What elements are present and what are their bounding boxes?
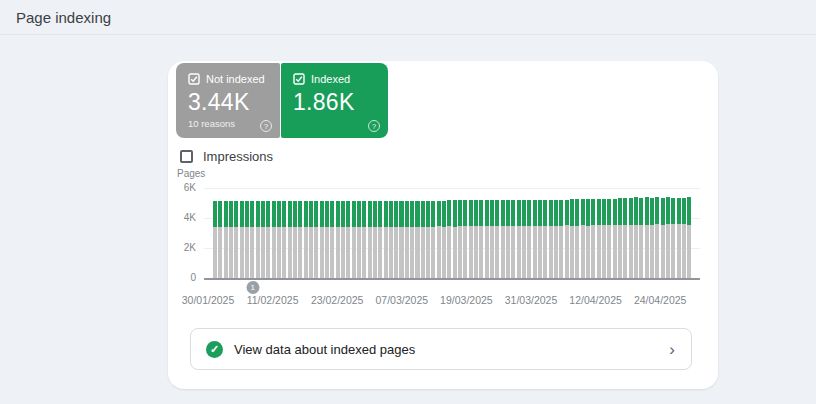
not-indexed-tile[interactable]: Not indexed 3.44K 10 reasons ? (176, 63, 280, 138)
page-title: Page indexing (16, 9, 111, 26)
checkbox-unchecked-icon[interactable] (180, 150, 193, 163)
stacked-bar (554, 200, 558, 278)
indexed-segment (565, 200, 569, 226)
not-indexed-segment (575, 226, 579, 279)
impressions-toggle[interactable]: Impressions (180, 149, 273, 164)
not-indexed-segment (229, 227, 233, 278)
stacked-bar (442, 201, 446, 278)
stacked-bar (357, 201, 361, 278)
not-indexed-segment (501, 226, 505, 278)
not-indexed-segment (357, 227, 361, 278)
not-indexed-segment (266, 227, 270, 278)
impressions-label: Impressions (203, 149, 273, 164)
stacked-bar (410, 201, 414, 278)
indexed-segment (650, 198, 654, 225)
stacked-bar (378, 201, 382, 278)
stacked-bar (415, 201, 419, 278)
not-indexed-segment (474, 226, 478, 278)
stacked-bar (650, 198, 654, 278)
not-indexed-segment (618, 225, 622, 278)
indexed-segment (602, 199, 606, 225)
stacked-bar (373, 201, 377, 278)
not-indexed-value: 3.44K (188, 89, 268, 116)
stacked-bar (506, 200, 510, 278)
not-indexed-segment (586, 226, 590, 279)
indexed-segment (687, 197, 691, 225)
stacked-bar (352, 201, 356, 278)
not-indexed-segment (543, 226, 547, 278)
not-indexed-segment (250, 227, 254, 278)
indexed-segment (341, 201, 345, 227)
not-indexed-segment (410, 227, 414, 278)
not-indexed-segment (325, 227, 329, 278)
indexed-segment (597, 199, 601, 225)
indexed-segment (533, 200, 537, 226)
indexed-segment (618, 198, 622, 225)
stacked-bar (426, 201, 430, 278)
annotation-badge[interactable]: 1 (246, 281, 259, 294)
not-indexed-segment (522, 226, 526, 278)
page-header: Page indexing (0, 0, 816, 35)
not-indexed-segment (458, 226, 462, 278)
check-circle-icon: ✓ (206, 341, 223, 358)
indexed-segment (527, 200, 531, 226)
not-indexed-segment (389, 227, 393, 278)
stacked-bar (671, 198, 675, 278)
stacked-bar (288, 201, 292, 278)
stacked-bar (298, 201, 302, 278)
help-icon[interactable]: ? (260, 120, 272, 132)
not-indexed-segment (240, 227, 244, 278)
stacked-bar (346, 201, 350, 278)
view-indexed-data-button[interactable]: ✓ View data about indexed pages › (190, 328, 692, 370)
not-indexed-segment (421, 227, 425, 278)
stacked-bar (293, 201, 297, 278)
indexed-segment (426, 201, 430, 227)
stacked-bar (570, 199, 574, 278)
not-indexed-segment (341, 227, 345, 278)
stacked-bar (431, 201, 435, 278)
stacked-bar (495, 200, 499, 278)
indexed-segment (586, 199, 590, 225)
stacked-bar (421, 201, 425, 278)
stacked-bar (272, 201, 276, 278)
indexed-tile[interactable]: Indexed 1.86K ? (281, 63, 388, 138)
not-indexed-segment (661, 225, 665, 279)
not-indexed-segment (645, 225, 649, 279)
indexed-segment (218, 201, 222, 227)
indexed-segment (570, 199, 574, 225)
indexed-segment (490, 200, 494, 226)
not-indexed-segment (570, 226, 574, 278)
not-indexed-segment (677, 224, 681, 278)
not-indexed-segment (234, 227, 238, 278)
indexed-segment (325, 201, 329, 227)
not-indexed-segment (394, 227, 398, 278)
indexed-segment (378, 201, 382, 227)
stacked-bar (261, 201, 265, 278)
not-indexed-segment (320, 227, 324, 278)
indexed-segment (581, 199, 585, 225)
stacked-bar (682, 198, 686, 278)
x-tick-label: 19/03/2025 (440, 294, 493, 306)
indexed-segment (554, 200, 558, 226)
stacked-bar (250, 201, 254, 278)
not-indexed-segment (682, 224, 686, 278)
indexed-segment (250, 201, 254, 227)
stacked-bar (479, 200, 483, 278)
page-indexing-card: Not indexed 3.44K 10 reasons ? Indexed 1… (168, 61, 718, 389)
stacked-bar (661, 198, 665, 278)
checked-checkbox-icon (188, 73, 200, 85)
stacked-bar (389, 201, 393, 278)
not-indexed-segment (256, 227, 260, 278)
stacked-bar (325, 201, 329, 278)
not-indexed-segment (442, 227, 446, 278)
indexed-segment (607, 199, 611, 226)
not-indexed-segment (634, 225, 638, 278)
metric-tiles: Not indexed 3.44K 10 reasons ? Indexed 1… (176, 63, 388, 138)
not-indexed-segment (384, 227, 388, 278)
gridline (204, 278, 700, 280)
stacked-bar (394, 201, 398, 278)
stacked-bar (575, 199, 579, 278)
indexed-segment (522, 200, 526, 226)
indexed-segment (346, 201, 350, 227)
help-icon[interactable]: ? (368, 120, 380, 132)
